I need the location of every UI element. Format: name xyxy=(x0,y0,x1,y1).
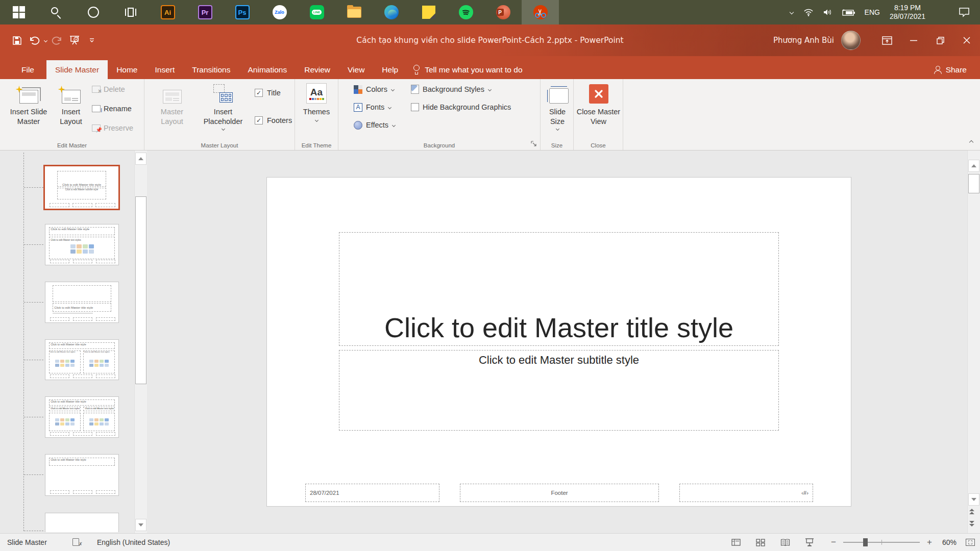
subtitle-placeholder[interactable]: Click to edit Master subtitle style xyxy=(339,350,779,431)
fit-slide-to-window-button[interactable] xyxy=(966,539,975,546)
taskbar-cortana[interactable] xyxy=(75,0,112,24)
master-layout-button-disabled[interactable]: Master Layout xyxy=(152,81,192,127)
taskbar-powerpoint[interactable]: P xyxy=(484,0,522,24)
undo-dropdown-chevron[interactable] xyxy=(44,39,47,42)
taskbar-illustrator[interactable]: Ai xyxy=(149,0,186,24)
tab-insert[interactable]: Insert xyxy=(146,60,184,79)
title-checkbox-row[interactable]: ✓ Title xyxy=(255,87,281,98)
taskbar-spotify[interactable] xyxy=(447,0,484,24)
tray-language[interactable]: ENG xyxy=(860,0,885,24)
redo-button-disabled[interactable] xyxy=(50,33,65,48)
tray-network[interactable] xyxy=(799,0,818,24)
effects-dropdown[interactable]: Effects xyxy=(354,119,396,131)
footers-checkbox-row[interactable]: ✓ Footers xyxy=(255,115,292,126)
reading-view-button[interactable] xyxy=(773,534,797,551)
save-button[interactable] xyxy=(9,33,24,48)
thumbnail-two-content-layout[interactable]: Click to edit Master title style Click t… xyxy=(45,339,119,380)
scroll-up-button[interactable] xyxy=(135,153,146,165)
close-button[interactable] xyxy=(953,24,980,56)
zoom-out-button[interactable]: − xyxy=(829,537,838,547)
delete-button-disabled[interactable]: ✕ Delete xyxy=(92,83,125,95)
tab-file[interactable]: File xyxy=(9,60,46,79)
scrollbar-thumb[interactable] xyxy=(135,196,146,384)
scrollbar-thumb[interactable] xyxy=(968,174,979,193)
background-styles-dropdown[interactable]: Background Styles xyxy=(411,83,492,95)
tell-me-box[interactable]: Tell me what you want to do xyxy=(413,60,522,79)
slide-sorter-view-button[interactable] xyxy=(748,534,773,551)
taskbar-photoshop[interactable]: Ps xyxy=(224,0,261,24)
undo-button[interactable] xyxy=(27,33,42,48)
thumbnail-layout-3[interactable]: Click to edit Master title style xyxy=(45,282,119,323)
taskbar-task-view[interactable] xyxy=(112,0,149,24)
preserve-button-disabled[interactable]: 📌 Preserve xyxy=(92,122,133,134)
status-language[interactable]: English (United States) xyxy=(97,538,170,546)
scroll-down-button[interactable] xyxy=(968,493,979,506)
taskbar-edge[interactable] xyxy=(373,0,410,24)
tab-view[interactable]: View xyxy=(339,60,373,79)
zoom-slider[interactable] xyxy=(843,542,920,543)
next-slide-button[interactable] xyxy=(969,521,974,527)
share-button[interactable]: Share xyxy=(934,60,967,79)
colors-dropdown[interactable]: Colors xyxy=(354,83,395,95)
insert-slide-master-icon xyxy=(19,81,38,104)
ribbon-display-options-button[interactable] xyxy=(874,24,900,56)
insert-layout-button[interactable]: Insert Layout xyxy=(54,81,88,127)
themes-button[interactable]: Aa Themes xyxy=(301,81,332,122)
thumbnail-title-slide-layout-selected[interactable]: Click to edit Master title style Click t… xyxy=(43,165,120,210)
rename-button[interactable]: I Rename xyxy=(92,103,132,115)
tab-review[interactable]: Review xyxy=(296,60,339,79)
tray-battery[interactable] xyxy=(838,0,860,24)
tray-clock[interactable]: 8:19 PM 28/07/2021 xyxy=(885,4,930,21)
thumbnail-slide-master[interactable]: Click to edit Master title style Click t… xyxy=(45,224,119,265)
taskbar-snipping-tool[interactable]: ✂ xyxy=(522,0,559,24)
zoom-slider-thumb[interactable] xyxy=(863,538,868,546)
tab-animations[interactable]: Animations xyxy=(239,60,296,79)
date-placeholder[interactable]: 28/07/2021 xyxy=(305,484,439,502)
taskbar-file-explorer[interactable] xyxy=(335,0,373,24)
fonts-dropdown[interactable]: A Fonts xyxy=(354,101,391,113)
slide-size-button[interactable]: Slide Size xyxy=(542,81,573,131)
taskbar-premiere[interactable]: Pr xyxy=(186,0,224,24)
normal-view-button[interactable] xyxy=(724,534,748,551)
taskbar-search[interactable] xyxy=(37,0,75,24)
canvas-scrollbar[interactable] xyxy=(967,151,980,533)
background-dialog-launcher[interactable] xyxy=(531,141,537,147)
tab-transitions[interactable]: Transitions xyxy=(183,60,239,79)
customize-qat-button[interactable] xyxy=(84,33,100,48)
scroll-down-button[interactable] xyxy=(135,519,146,531)
hide-background-graphics-row[interactable]: Hide Background Graphics xyxy=(411,101,511,113)
scroll-up-button[interactable] xyxy=(968,160,979,172)
minimize-button[interactable] xyxy=(900,24,927,56)
taskbar-zalo[interactable]: Zalo xyxy=(261,0,298,24)
slide-master-editing-surface[interactable]: Click to edit Master title style Click t… xyxy=(266,177,851,507)
slide-number-placeholder[interactable]: ‹#› xyxy=(679,484,813,502)
footer-placeholder[interactable]: Footer xyxy=(460,484,659,502)
zoom-in-button[interactable]: + xyxy=(925,537,934,547)
start-button[interactable] xyxy=(0,0,37,24)
thumbnail-blank-layout[interactable] xyxy=(45,513,119,532)
restore-button[interactable] xyxy=(927,24,953,56)
zoom-percentage[interactable]: 60% xyxy=(937,538,962,546)
insert-slide-master-button[interactable]: Insert Slide Master xyxy=(5,81,52,127)
spell-check-icon[interactable]: ✗ xyxy=(72,538,83,546)
account-name[interactable]: Phương Anh Bùi xyxy=(773,36,834,45)
account-avatar[interactable] xyxy=(841,31,861,50)
title-placeholder[interactable]: Click to edit Master title style xyxy=(339,232,779,346)
start-from-beginning-button[interactable] xyxy=(67,33,82,48)
thumbnail-title-only-layout[interactable]: Click to edit Master title style xyxy=(45,454,119,496)
thumbnail-panel-scrollbar[interactable] xyxy=(134,151,147,533)
slide-show-button[interactable] xyxy=(797,534,822,551)
insert-placeholder-button[interactable]: Insert Placeholder xyxy=(195,81,251,131)
tray-overflow-chevron[interactable] xyxy=(785,0,799,24)
previous-slide-button[interactable] xyxy=(969,509,974,514)
collapse-ribbon-button[interactable] xyxy=(969,137,974,146)
tab-help[interactable]: Help xyxy=(373,60,407,79)
taskbar-line[interactable]: LINE xyxy=(298,0,335,24)
tab-slide-master[interactable]: Slide Master xyxy=(46,60,108,79)
thumbnail-comparison-layout[interactable]: Click to edit Master title style Click t… xyxy=(45,396,119,438)
action-center-button[interactable] xyxy=(954,0,980,24)
tray-volume[interactable] xyxy=(818,0,838,24)
tab-home[interactable]: Home xyxy=(108,60,146,79)
taskbar-sticky-notes[interactable] xyxy=(410,0,447,24)
close-master-view-button[interactable]: Close Master View xyxy=(574,81,623,127)
